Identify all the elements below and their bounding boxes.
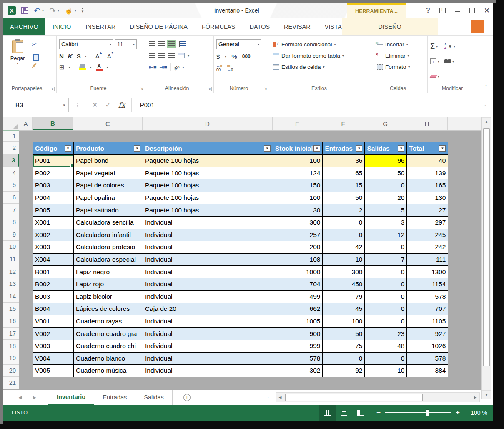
cell[interactable]: 999 <box>273 340 323 352</box>
cell[interactable]: 65 <box>323 167 365 179</box>
underline-dropdown-icon[interactable]: ▾ <box>85 54 87 58</box>
cell[interactable]: 2 <box>323 204 365 217</box>
numero-dialog-launcher-icon[interactable]: ↘ <box>263 87 268 91</box>
vertical-scroll-thumb[interactable] <box>483 128 490 366</box>
cell[interactable]: Paquete 100 hojas <box>143 204 273 217</box>
column-header-b[interactable]: B <box>33 117 73 130</box>
row-header-11[interactable]: 11 <box>3 253 19 266</box>
row-header-4[interactable]: 4 <box>3 167 19 179</box>
header-código[interactable]: Código▼ <box>33 142 74 155</box>
align-center-icon[interactable] <box>158 53 165 58</box>
cell[interactable]: 108 <box>273 253 323 266</box>
cell[interactable]: Individual <box>143 290 273 303</box>
align-right-icon[interactable] <box>168 53 175 58</box>
cell[interactable]: Papel opalina <box>74 192 143 204</box>
row-header-15[interactable]: 15 <box>3 303 19 315</box>
cell[interactable]: Individual <box>143 328 273 340</box>
cell[interactable]: Calculadora infantil <box>74 229 143 241</box>
cell[interactable]: 1026 <box>407 340 448 352</box>
decrease-indent-icon[interactable]: ⇤≡ <box>149 64 156 71</box>
customize-qat-icon[interactable]: ▾ <box>82 8 84 13</box>
conditional-formatting-button[interactable]: Formato condicional▾ <box>273 40 344 48</box>
column-header-a[interactable]: A <box>19 117 33 130</box>
cell[interactable]: Papel vegetal <box>74 167 143 179</box>
cell[interactable]: Caja de 20 <box>143 303 273 315</box>
cell[interactable]: X002 <box>33 229 74 241</box>
sheet-next-icon[interactable]: ▶ <box>33 395 36 400</box>
account-avatar[interactable] <box>471 20 484 33</box>
cell[interactable]: 124 <box>273 167 323 179</box>
italic-button[interactable]: K <box>68 53 73 60</box>
cell[interactable]: 0 <box>365 315 407 328</box>
redo-dropdown-icon[interactable]: ▾ <box>58 9 59 13</box>
column-header-e[interactable]: E <box>273 117 322 130</box>
minimize-button[interactable] <box>455 7 460 14</box>
merge-dropdown-icon[interactable]: ▾ <box>188 54 189 58</box>
cell[interactable]: B002 <box>33 278 74 290</box>
format-as-table-button[interactable]: Dar formato como tabla▾ <box>273 51 344 60</box>
cell[interactable]: V001 <box>33 315 74 328</box>
increase-font-button[interactable]: A▲ <box>95 53 100 60</box>
cell[interactable]: Individual <box>143 352 273 365</box>
cell-styles-button[interactable]: Estilos de celda▾ <box>273 63 344 71</box>
cell[interactable]: 100 <box>323 315 365 328</box>
row-header-13[interactable]: 13 <box>3 278 19 290</box>
fill-color-button[interactable] <box>79 64 86 70</box>
cell[interactable]: 42 <box>323 241 365 254</box>
cell[interactable]: 10 <box>323 253 365 266</box>
cell[interactable]: 130 <box>407 192 448 204</box>
header-producto[interactable]: Producto▼ <box>74 142 143 155</box>
cell[interactable]: 92 <box>323 365 365 377</box>
horizontal-scroll-thumb[interactable] <box>285 394 423 401</box>
align-left-icon[interactable] <box>149 53 155 58</box>
cell[interactable]: 578 <box>407 352 448 365</box>
cell[interactable]: 100 <box>273 192 323 204</box>
row-header-17[interactable]: 17 <box>3 328 19 340</box>
cell[interactable]: B004 <box>33 303 74 315</box>
cell[interactable]: 242 <box>407 241 448 254</box>
cell[interactable]: 3 <box>365 216 407 229</box>
orientation-dropdown-icon[interactable]: ▾ <box>182 66 184 69</box>
percent-format-button[interactable]: % <box>231 53 237 60</box>
select-all-corner[interactable] <box>3 117 19 131</box>
currency-dropdown-icon[interactable]: ▾ <box>225 55 226 58</box>
delete-cells-button[interactable]: ✕ Eliminar▾ <box>377 51 410 60</box>
fuente-dialog-launcher-icon[interactable]: ↘ <box>140 87 144 91</box>
close-button[interactable]: ✕ <box>484 6 490 15</box>
cell[interactable]: Paquete 100 hojas <box>143 179 273 192</box>
cell[interactable]: 0 <box>365 352 407 365</box>
cut-button[interactable]: ✂ <box>32 41 39 48</box>
increase-indent-icon[interactable]: ⇥≡ <box>159 64 167 71</box>
cell[interactable]: 384 <box>407 365 448 377</box>
row-header-19[interactable]: 19 <box>3 352 19 365</box>
paste-dropdown-icon[interactable]: ▾ <box>17 61 18 65</box>
cell[interactable]: Individual <box>143 241 273 254</box>
cell[interactable]: 10 <box>365 365 407 377</box>
borders-icon[interactable]: ⊞ <box>59 63 65 71</box>
cell[interactable]: 96 <box>365 155 407 167</box>
cell[interactable]: 100 <box>273 155 323 167</box>
row-header-2[interactable]: 2 <box>3 142 19 154</box>
cell[interactable]: Papel de colores <box>74 179 143 192</box>
filter-dropdown-icon[interactable]: ▼ <box>439 145 446 152</box>
cell[interactable]: 245 <box>407 229 448 241</box>
page-layout-view-button[interactable] <box>336 405 352 421</box>
cell[interactable]: 0 <box>365 278 407 290</box>
page-break-view-button[interactable] <box>352 405 369 421</box>
tab-archivo[interactable]: ARCHIVO <box>3 18 45 35</box>
row-header-20[interactable]: 20 <box>3 365 19 377</box>
align-top-icon[interactable] <box>149 41 155 46</box>
cell[interactable]: 1005 <box>273 315 323 328</box>
cell[interactable]: 1300 <box>407 266 448 278</box>
cell[interactable]: 40 <box>407 155 448 167</box>
expand-formula-bar-icon[interactable]: ⌄ <box>479 102 491 108</box>
row-header-16[interactable]: 16 <box>3 315 19 328</box>
cell[interactable]: Individual <box>143 365 273 377</box>
cell[interactable]: 302 <box>273 365 323 377</box>
cell[interactable]: 50 <box>323 328 365 340</box>
portapapeles-dialog-launcher-icon[interactable]: ↘ <box>50 87 55 91</box>
scroll-left-icon[interactable]: ◀ <box>276 393 284 402</box>
increase-decimal-icon[interactable]: ←000 <box>216 64 222 72</box>
alineacion-dialog-launcher-icon[interactable]: ↘ <box>207 87 212 91</box>
cell[interactable]: Paquete 100 hojas <box>143 155 273 167</box>
